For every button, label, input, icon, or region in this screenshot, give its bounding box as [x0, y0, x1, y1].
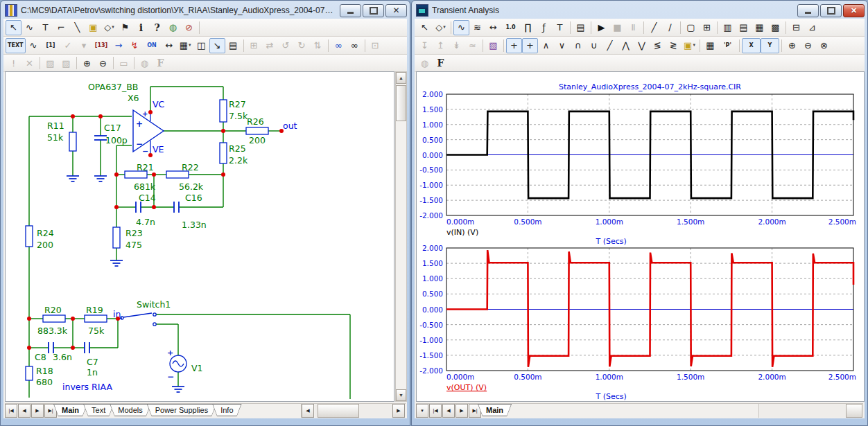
restore-button[interactable]: [820, 4, 842, 17]
browser-button[interactable]: ◍: [165, 20, 181, 35]
align-cursors-button[interactable]: ≈: [465, 38, 480, 53]
inflection-button[interactable]: ⋀: [618, 38, 634, 53]
shapes-mode-button[interactable]: ◇▾: [101, 20, 117, 35]
top-button[interactable]: ≷: [666, 38, 682, 53]
data-points-button[interactable]: ⊞: [699, 20, 715, 35]
waveform-buffer-button[interactable]: ≋: [469, 20, 485, 35]
baseline-button[interactable]: ▩: [767, 20, 783, 35]
horizontal-scrollbar[interactable]: ◀▶: [301, 404, 406, 418]
properties-button[interactable]: ▤: [573, 20, 589, 35]
grid-button[interactable]: ▦▾: [177, 38, 193, 53]
horizontal-axis-grids-button[interactable]: ⊟: [788, 20, 804, 35]
attribute-text-button[interactable]: ∿: [26, 38, 42, 53]
next-point-left-button[interactable]: +: [506, 38, 522, 53]
select-mode-button[interactable]: ↖: [6, 20, 21, 35]
select-mode-button[interactable]: ↖: [417, 20, 433, 35]
vip-button[interactable]: ✓: [60, 38, 76, 53]
y-scale-button[interactable]: Y: [761, 38, 779, 53]
low-button[interactable]: ∪: [586, 38, 602, 53]
zoom-out-button[interactable]: ⊖: [95, 55, 111, 71]
schematic-titlebar[interactable]: C:\MC9\DATA\Petrov\switching distortion\…: [1, 1, 410, 19]
check-errors-button[interactable]: !: [6, 55, 21, 71]
go-to-branch-button-dropdown-icon[interactable]: ▾: [693, 43, 695, 48]
add-tag-right-button[interactable]: ↥: [433, 38, 449, 53]
page-dropdown-button[interactable]: ▾: [416, 404, 428, 418]
tab-nav-button-0[interactable]: |◀: [429, 404, 442, 418]
valley-button[interactable]: ∨: [554, 38, 570, 53]
scroll-up-icon[interactable]: ▲: [396, 72, 406, 84]
wire-mode-button[interactable]: ∿: [21, 20, 37, 35]
text-mode-button[interactable]: T: [552, 20, 568, 35]
tab-text[interactable]: Text: [83, 404, 114, 416]
maximize-button[interactable]: [363, 4, 384, 17]
stop-button[interactable]: ■: [609, 20, 625, 35]
powers-button[interactable]: ↯: [127, 38, 143, 53]
zoom-auto-button[interactable]: ⊗: [816, 38, 832, 53]
node-voltages-button[interactable]: [13]: [92, 38, 111, 53]
grid-button-dropdown-icon[interactable]: ▾: [189, 43, 191, 48]
high-button[interactable]: ∩: [570, 38, 586, 53]
shapes-mode-button[interactable]: ◇▾: [433, 20, 449, 35]
rotate-button[interactable]: ↺: [278, 38, 294, 53]
slope-button[interactable]: ╱: [602, 38, 618, 53]
zoom-out-button[interactable]: ⊖: [800, 38, 816, 53]
paste-picture-button[interactable]: ▨: [58, 55, 74, 71]
numeric-output-button[interactable]: ▦: [702, 38, 718, 53]
probe-mode-button[interactable]: ↘: [209, 38, 225, 53]
globe-button[interactable]: ◍: [137, 55, 153, 71]
trace-label[interactable]: v(IN) (V): [446, 228, 478, 237]
minimize-button[interactable]: [340, 4, 361, 17]
tab-nav-button-1[interactable]: ◀: [442, 404, 455, 418]
analysis-plot-area[interactable]: 2.0001.5001.0000.5000.000-0.500-1.000-1.…: [416, 71, 865, 402]
trace-label[interactable]: v(OUT) (V): [446, 383, 487, 392]
tab-power-supplies[interactable]: Power Supplies: [147, 404, 216, 416]
horizontal-scrollbar[interactable]: [758, 404, 863, 418]
vip-dropdown-button[interactable]: ▾: [76, 38, 92, 53]
node-numbers-button[interactable]: [1]: [42, 38, 60, 53]
ruler-button[interactable]: ▤: [736, 20, 752, 35]
plus-mark-button[interactable]: ▦: [752, 20, 767, 35]
scroll-down-icon[interactable]: ▼: [396, 389, 406, 401]
zoom-in-button[interactable]: ⊕: [79, 55, 95, 71]
box-region-button[interactable]: ▭: [116, 55, 132, 71]
border-button[interactable]: ◫: [193, 38, 209, 53]
schematic-canvas[interactable]: +−+−+−OPA637_BBX6VCVER277.5kR26200outR25…: [5, 71, 394, 402]
bottom-button[interactable]: ≶: [650, 38, 666, 53]
tab-nav-button-1[interactable]: ◀: [18, 404, 31, 418]
go-to-performance-button[interactable]: 'P': [718, 38, 737, 53]
mirror-box-button[interactable]: ⇄: [262, 38, 278, 53]
analysis-titlebar[interactable]: Transient Analysis ✕: [412, 1, 867, 19]
hscroll-thumb[interactable]: [318, 404, 359, 418]
step-box-button[interactable]: ⊞: [246, 38, 262, 53]
pause-button[interactable]: Ⅱ: [625, 20, 641, 35]
global-high-button[interactable]: ⋁: [634, 38, 650, 53]
grid-text-button[interactable]: TEXT: [6, 38, 26, 53]
close-button[interactable]: ✕: [843, 4, 865, 17]
find-button[interactable]: ∞: [331, 38, 347, 53]
ortho-wire-mode-button[interactable]: ⌐: [53, 20, 69, 35]
shapes-mode-button-dropdown-icon[interactable]: ▾: [443, 25, 446, 30]
tab-main[interactable]: Main: [478, 404, 512, 416]
pin-connections-button[interactable]: ON: [143, 38, 162, 53]
font-button[interactable]: F: [433, 55, 449, 71]
window-split-button[interactable]: ⊡: [367, 38, 383, 53]
line-mode-button[interactable]: ╱: [646, 20, 662, 35]
x-scale-button[interactable]: X: [742, 38, 761, 53]
hscroll-right-icon[interactable]: ▶: [392, 404, 405, 418]
measure-button[interactable]: ↔: [162, 38, 177, 53]
run-button[interactable]: ▶: [593, 20, 609, 35]
next-point-right-button[interactable]: +: [522, 38, 538, 53]
stop-check-button[interactable]: ✕: [21, 55, 37, 71]
minor-log-grids-button[interactable]: ⊿: [804, 20, 820, 35]
copy-picture-button[interactable]: ▨: [42, 55, 58, 71]
tab-nav-button-2[interactable]: ▶: [31, 404, 44, 418]
flip-x-button[interactable]: ↻: [294, 38, 310, 53]
component-mode-button[interactable]: ▣: [85, 20, 101, 35]
select-box-button[interactable]: ▢: [683, 20, 699, 35]
tab-info[interactable]: Info: [212, 404, 241, 416]
add-tag-left-button[interactable]: ↧: [417, 38, 433, 53]
tab-nav-button-0[interactable]: |◀: [5, 404, 17, 418]
scroll-thumb[interactable]: [396, 85, 406, 121]
minimize-button[interactable]: [797, 4, 819, 17]
help-mode-button[interactable]: ?: [149, 20, 165, 35]
